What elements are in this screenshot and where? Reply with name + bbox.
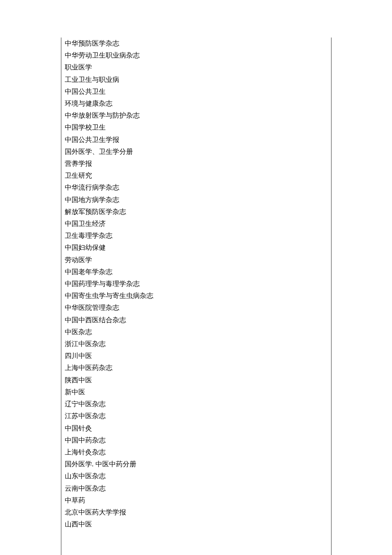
journal-item: 国外医学. 中医中药分册	[65, 458, 328, 470]
journal-item: 中国公共卫生学报	[65, 134, 328, 146]
journal-item: 上海针灸杂志	[65, 446, 328, 458]
journal-item: 四川中医	[65, 350, 328, 362]
journal-item: 中华医院管理杂志	[65, 302, 328, 314]
journal-item: 劳动医学	[65, 254, 328, 266]
journal-item: 国外医学、卫生学分册	[65, 146, 328, 158]
journal-item: 中国妇幼保健	[65, 242, 328, 254]
journal-item: 上海中医药杂志	[65, 362, 328, 374]
journal-item: 浙江中医杂志	[65, 338, 328, 350]
journal-item: 中国寄生虫学与寄生虫病杂志	[65, 290, 328, 302]
journal-item: 中国卫生经济	[65, 218, 328, 230]
journal-item: 中华劳动卫生职业病杂志	[65, 49, 328, 61]
journal-item: 江苏中医杂志	[65, 410, 328, 422]
journal-item: 解放军预防医学杂志	[65, 206, 328, 218]
journal-item: 中国学校卫生	[65, 121, 328, 133]
journal-item: 新中医	[65, 386, 328, 398]
journal-item: 陕西中医	[65, 374, 328, 386]
journal-item: 中医杂志	[65, 326, 328, 338]
journal-item: 中国地方病学杂志	[65, 194, 328, 206]
journal-item: 中国公共卫生	[65, 86, 328, 98]
journal-item: 山东中医杂志	[65, 470, 328, 482]
journal-item: 职业医学	[65, 61, 328, 73]
journal-item: 云南中医杂志	[65, 483, 328, 494]
journal-item: 营养学报	[65, 158, 328, 170]
journal-item: 中国老年学杂志	[65, 266, 328, 278]
journal-item: 中国药理学与毒理学杂志	[65, 278, 328, 290]
journal-item: 工业卫生与职业病	[65, 74, 328, 86]
journal-item: 辽宁中医杂志	[65, 398, 328, 410]
journal-item: 卫生毒理学杂志	[65, 230, 328, 242]
journal-item: 中华流行病学杂志	[65, 182, 328, 194]
journal-item: 中国中西医结合杂志	[65, 314, 328, 326]
journal-item: 山西中医	[65, 518, 328, 530]
journal-item: 中草药	[65, 494, 328, 506]
journal-item: 中华预防医学杂志	[65, 38, 328, 49]
journal-item: 中华放射医学与防护杂志	[65, 110, 328, 121]
journal-item: 卫生研究	[65, 170, 328, 182]
journal-item: 环境与健康杂志	[65, 98, 328, 110]
journal-list-page: 中华预防医学杂志中华劳动卫生职业病杂志职业医学工业卫生与职业病中国公共卫生环境与…	[61, 38, 331, 555]
journal-list: 中华预防医学杂志中华劳动卫生职业病杂志职业医学工业卫生与职业病中国公共卫生环境与…	[65, 38, 328, 530]
journal-item: 中国中药杂志	[65, 434, 328, 446]
journal-item: 北京中医药大学学报	[65, 506, 328, 518]
journal-item: 中国针灸	[65, 422, 328, 434]
